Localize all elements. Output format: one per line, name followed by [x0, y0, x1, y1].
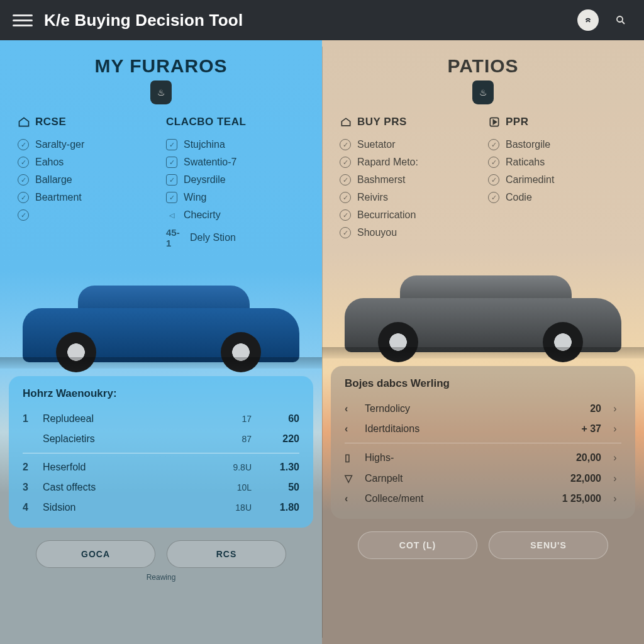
shield-outline-icon: ▽	[345, 472, 357, 484]
check-icon: ✓	[488, 139, 499, 150]
chevron-right-icon[interactable]: ›	[609, 493, 621, 504]
table-row[interactable]: 4 Sidsion 18U 1.80	[23, 497, 299, 518]
list-item[interactable]: 45-1Dely Stion	[166, 224, 308, 252]
list-item[interactable]: ✓Becurrication	[340, 206, 482, 224]
right-col2-head-label: PPR	[506, 116, 528, 128]
list-item[interactable]: ✓Reivirs	[340, 189, 482, 206]
table-row[interactable]: ‹ Collece/ment 1 25,000 ›	[345, 489, 621, 509]
chevron-right-icon[interactable]: ›	[609, 423, 621, 435]
search-icon[interactable]	[610, 9, 631, 31]
list-item-label: Checirty	[184, 209, 221, 221]
list-item-label: Ballarge	[35, 174, 72, 186]
list-item[interactable]: ✓Beartment	[18, 189, 160, 206]
list-item[interactable]: ✓Carimedint	[488, 171, 630, 189]
list-item-label: Swatentio-7	[184, 157, 237, 168]
right-col1-head: BUY PRS	[340, 116, 482, 128]
row-value: 1 25,000	[561, 493, 601, 504]
table-row[interactable]: 2 Heserfold 9.8U 1.30	[23, 457, 299, 477]
list-item-label: Dely Stion	[190, 232, 236, 243]
row-value-1: 18U	[216, 502, 252, 513]
pane-right-buttons: COT (L) SENU'S	[322, 519, 644, 564]
pane-left-lists: RCSE ✓Saralty-ger ✓Eahos ✓Ballarge ✓Bear…	[0, 109, 322, 254]
list-item[interactable]: ✓Saralty-ger	[18, 136, 160, 153]
pane-left-stats-card: Hohrz Waenoukry: 1 Repludeeal 17 60 Sepl…	[9, 376, 313, 528]
list-item[interactable]: ✓Raticahs	[488, 153, 630, 171]
list-item-label: Deysrdile	[184, 174, 226, 186]
senus-button[interactable]: SENU'S	[489, 531, 608, 559]
pane-right: PATIOS ♨ BUY PRS ✓Suetator ✓Rapard Meto:…	[322, 40, 644, 644]
list-item[interactable]: ✓Wing	[166, 189, 308, 206]
list-item[interactable]: ✓Ballarge	[18, 171, 160, 189]
list-item[interactable]: ✓Bashmerst	[340, 171, 482, 189]
check-icon: ✓	[18, 174, 29, 186]
chevron-right-icon[interactable]: ›	[609, 403, 621, 414]
table-row[interactable]: Seplacietirs 87 220	[23, 429, 299, 449]
table-row[interactable]: 3 Cast offects 10L 50	[23, 477, 299, 497]
row-label: Carnpelt	[365, 473, 553, 484]
row-label: Idertditaions	[365, 423, 553, 435]
list-item-label: Bastorgile	[506, 139, 550, 150]
pane-right-lists: BUY PRS ✓Suetator ✓Rapard Meto: ✓Bashmer…	[322, 109, 644, 244]
list-item[interactable]: ✓Deysrdile	[166, 171, 308, 189]
table-row[interactable]: 1 Repludeeal 17 60	[23, 409, 299, 429]
cot-button[interactable]: COT (L)	[358, 531, 477, 559]
row-label: Seplacietirs	[43, 433, 209, 445]
check-icon: ✓	[488, 192, 499, 203]
check-icon: ✓	[166, 192, 177, 203]
table-row[interactable]: ‹ Idertditaions + 37 ›	[345, 419, 621, 439]
list-item[interactable]: ✓Bastorgile	[488, 136, 630, 153]
list-item[interactable]: ✓Codie	[488, 189, 630, 206]
list-item-label: Saralty-ger	[35, 139, 84, 150]
list-item[interactable]: ✓Swatentio-7	[166, 153, 308, 171]
row-value-2: 1.80	[259, 502, 299, 513]
divider	[345, 443, 621, 443]
chevron-right-icon[interactable]: ›	[609, 473, 621, 484]
row-index: 4	[23, 502, 35, 513]
list-item-label: Bashmerst	[357, 174, 405, 186]
compare-area: MY FURAROS ♨ RCSE ✓Saralty-ger ✓Eahos ✓B…	[0, 40, 644, 644]
list-item-label: Shouyou	[357, 227, 397, 238]
row-label: Cast offects	[43, 482, 209, 493]
row-value: + 37	[561, 423, 601, 435]
row-value-2: 50	[259, 482, 299, 493]
divider	[23, 453, 299, 453]
pane-left: MY FURAROS ♨ RCSE ✓Saralty-ger ✓Eahos ✓B…	[0, 40, 322, 644]
list-item-label: Wing	[184, 192, 206, 203]
car-image-left	[0, 254, 322, 369]
check-icon: ✓	[340, 209, 351, 221]
goca-button[interactable]: GOCA	[36, 540, 155, 568]
pane-left-title: MY FURAROS	[0, 40, 322, 80]
list-item[interactable]: ✓Suetator	[340, 136, 482, 153]
list-item[interactable]: ✓Eahos	[18, 153, 160, 171]
app-title: K/e Buying Decision Tool	[44, 11, 243, 30]
left-col2-head-label: ClACBO TEAL	[166, 116, 246, 128]
list-item-label: Codie	[506, 192, 532, 203]
check-icon: ✓	[340, 192, 351, 203]
chevron-left-icon: ‹	[345, 423, 357, 435]
list-item-label	[35, 209, 38, 221]
list-item-label: Rapard Meto:	[357, 157, 418, 168]
list-item-label: Beartment	[35, 192, 82, 203]
menu-icon[interactable]	[13, 10, 33, 30]
list-item-label: Suetator	[357, 139, 395, 150]
list-item[interactable]: ◁Checirty	[166, 206, 308, 224]
check-icon: ✓	[340, 227, 351, 238]
list-item[interactable]: ✓Rapard Meto:	[340, 153, 482, 171]
check-icon: ✓	[18, 157, 29, 168]
check-icon: ✓	[488, 174, 499, 186]
table-row[interactable]: ▯ Highs- 20,00 ›	[345, 447, 621, 468]
rcs-button[interactable]: RCS	[167, 540, 286, 568]
house-icon	[18, 116, 30, 128]
user-icon[interactable]	[577, 9, 599, 31]
list-item[interactable]: ✓Stujchina	[166, 136, 308, 153]
list-item[interactable]: ✓Shouyou	[340, 224, 482, 242]
row-value-1: 87	[216, 434, 252, 444]
check-icon: ✓	[166, 174, 177, 186]
check-icon: ✓	[18, 192, 29, 203]
row-value-2: 220	[259, 433, 299, 445]
chevron-right-icon[interactable]: ›	[609, 452, 621, 464]
left-col1-head-label: RCSE	[35, 116, 66, 128]
table-row[interactable]: ▽ Carnpelt 22,000 ›	[345, 468, 621, 489]
row-index: 2	[23, 462, 35, 473]
table-row[interactable]: ‹ Terndolicy 20 ›	[345, 399, 621, 419]
